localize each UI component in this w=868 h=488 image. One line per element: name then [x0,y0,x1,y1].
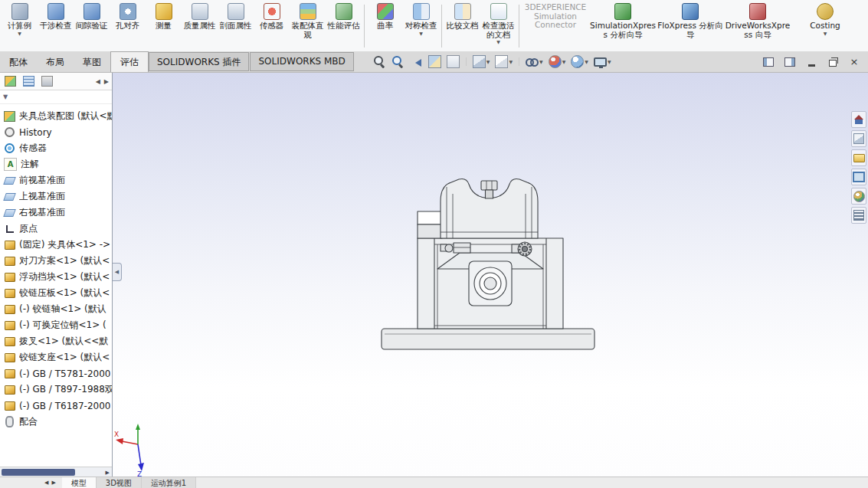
panel-collapse-handle[interactable]: ◀ [113,263,122,281]
ribbon-button[interactable]: 对称检查 ▼ [403,1,439,51]
tree-item[interactable]: 拨叉<1> (默认<<默 [0,333,112,349]
tree-item[interactable]: (-) GB / T6187-2000 [0,398,112,414]
tree-item[interactable]: 铰链支座<1> (默认< [0,349,112,365]
restore-button[interactable] [825,55,840,69]
ribbon-button[interactable]: 装配体直观 [290,1,326,51]
viewport-tool-button[interactable] [851,207,866,224]
viewport-tool-button[interactable] [851,188,866,205]
graphics-viewport[interactable]: X Z [113,73,868,477]
ribbon-button[interactable]: 检查激活的文档 ▼ [480,1,516,51]
dropdown-caret-icon[interactable]: ▼ [496,39,500,45]
ribbon-button[interactable]: 质量属性 [182,1,218,51]
tree-item[interactable]: A 注解 [0,156,112,172]
command-tab[interactable]: SOLIDWORKS MBD [250,52,353,71]
doc-tabs-scroll-right-icon[interactable]: ▶ [51,480,55,486]
tree-item[interactable]: (-) 可换定位销<1> ( [0,317,112,333]
view-toolbar-button[interactable] [390,54,406,70]
tree-item[interactable]: (-) GB / T897-1988双 [0,382,112,398]
panel-horizontal-scrollbar[interactable]: ▶ [0,467,112,477]
dropdown-caret-icon[interactable]: ▼ [562,59,566,65]
section-properties-icon [228,3,244,20]
ribbon-button[interactable]: 性能评估 [326,1,362,51]
tree-item[interactable]: 配合 [0,414,112,430]
command-tab[interactable]: 布局 [37,51,74,72]
tree-item[interactable]: 上视基准面 [0,188,112,205]
ribbon-button[interactable]: 孔对齐 [110,1,146,51]
part-icon [4,239,15,251]
view-toolbar-button[interactable] [372,54,388,70]
viewport-tool-button[interactable] [851,169,866,185]
document-tab[interactable]: 运动算例1 [142,477,196,488]
command-tab[interactable]: 配体 [0,51,37,72]
dropdown-caret-icon[interactable]: ▼ [18,31,21,37]
dropdown-caret-icon[interactable]: ▼ [585,59,588,65]
dock-pane-right-icon[interactable] [782,55,798,69]
ribbon-button[interactable]: SimulationXpress 分析向导 [589,1,657,51]
viewport-tool-button[interactable] [851,149,866,166]
dropdown-caret-icon[interactable]: ▼ [824,31,827,37]
tree-item[interactable]: 铰链压板<1> (默认< [0,285,112,301]
viewport-tool-button[interactable] [851,130,866,147]
ribbon-button[interactable]: 干涉检查 [38,1,74,51]
tree-item[interactable]: 对刀方案<1> (默认< [0,253,112,269]
part-icon [4,303,15,315]
view-toolbar-button[interactable]: ▼ [569,54,590,70]
close-button[interactable]: × [847,55,862,69]
doc-tabs-scroll-left-icon[interactable]: ◀ [44,480,48,486]
ribbon-button[interactable]: 测量 [146,1,182,51]
dock-pane-left-icon[interactable] [761,55,776,69]
minimize-button[interactable] [804,55,819,69]
tree-item[interactable]: 夹具总装配图 (默认<默认 [0,108,112,124]
view-toolbar-button[interactable] [427,54,443,70]
tree-item[interactable]: (固定) 夹具体<1> -> [0,237,112,253]
view-toolbar-button[interactable] [445,54,461,70]
panel-tab[interactable] [40,75,54,87]
scrollbar-right-arrow-icon[interactable]: ▶ [106,470,112,476]
dropdown-caret-icon[interactable]: ▼ [486,59,490,65]
tree-item[interactable]: (-) 铰链轴<1> (默认 [0,301,112,317]
dropdown-caret-icon[interactable]: ▼ [539,59,543,65]
tree-item[interactable]: 传感器 [0,140,112,156]
panel-tab[interactable] [21,75,35,87]
panel-tabs-scroll-right-icon[interactable]: ▶ [104,78,109,85]
dropdown-caret-icon[interactable]: ▼ [608,59,611,65]
ribbon-button[interactable]: 3DEXPERIENCE Simulation Connector [522,1,589,51]
view-toolbar-button[interactable]: ▼ [592,56,613,68]
tree-item[interactable]: History [0,124,112,140]
ribbon-button[interactable]: FloXpress 分析向导 [657,1,724,51]
dropdown-caret-icon[interactable]: ▼ [509,59,513,65]
ribbon-button[interactable]: 剖面属性 [218,1,254,51]
chevron-down-icon[interactable]: ▼ [3,93,8,100]
view-toolbar-button[interactable]: ▼ [493,54,514,70]
panel-tabs-scroll-left-icon[interactable]: ◀ [96,78,100,85]
document-tab[interactable]: 3D视图 [97,477,142,488]
ribbon-button[interactable]: DriveWorksXpress 向导 [724,1,791,51]
command-tab[interactable]: 草图 [74,51,110,72]
ribbon-button[interactable]: 计算例 ▼ [2,1,38,51]
ribbon-button[interactable]: 曲率 [367,1,403,51]
curvature-icon [377,3,394,20]
tree-display-options-row[interactable]: ▼ [0,90,112,104]
tree-item[interactable]: 浮动挡块<1> (默认< [0,269,112,285]
tree-item[interactable]: 右视基准面 [0,205,112,221]
viewport-tool-button[interactable] [851,111,866,128]
ribbon-button[interactable]: Costing ▼ [791,1,859,51]
view-toolbar-button[interactable] [408,54,424,70]
tree-item[interactable]: (-) GB / T5781-2000 [0,365,112,382]
command-tab[interactable]: SOLIDWORKS 插件 [149,52,249,71]
mates-icon [4,416,15,427]
view-toolbar-button[interactable]: ▼ [471,54,492,70]
command-tab[interactable]: 评估 [110,51,149,72]
tree-item[interactable]: 原点 [0,221,112,237]
document-tab[interactable]: 模型 [62,477,97,488]
dropdown-caret-icon[interactable]: ▼ [419,31,423,37]
command-tab-label: SOLIDWORKS MBD [258,56,345,67]
panel-tab[interactable] [3,75,17,87]
scrollbar-thumb[interactable] [2,469,75,476]
tree-item[interactable]: 前视基准面 [0,172,112,188]
ribbon-button[interactable]: 比较文档 [444,1,480,51]
ribbon-button[interactable]: 间隙验证 [74,1,110,51]
view-toolbar-button[interactable]: ▼ [524,54,545,70]
view-toolbar-button[interactable]: ▼ [547,54,568,70]
ribbon-button[interactable]: 传感器 [254,1,290,51]
